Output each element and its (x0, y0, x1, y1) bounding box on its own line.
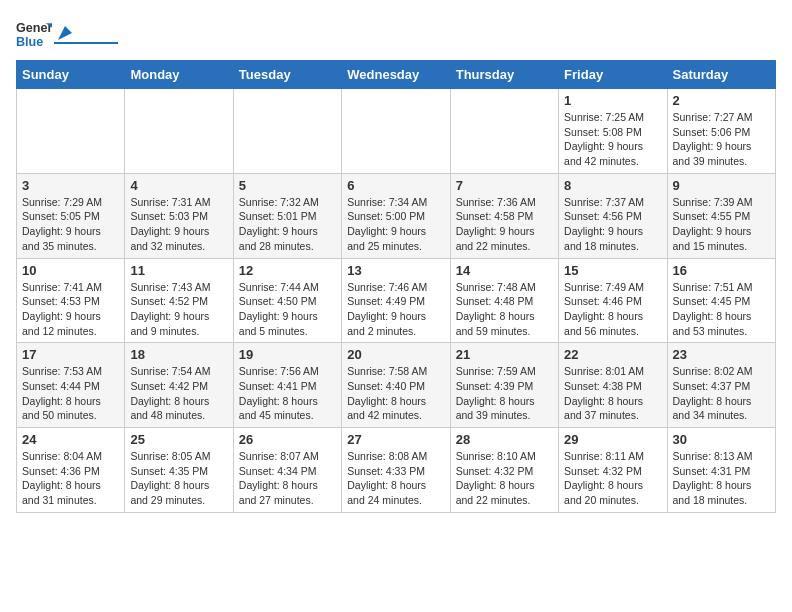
day-number: 21 (456, 347, 553, 362)
day-number: 29 (564, 432, 661, 447)
calendar-cell: 12Sunrise: 7:44 AM Sunset: 4:50 PM Dayli… (233, 258, 341, 343)
day-info: Sunrise: 7:34 AM Sunset: 5:00 PM Dayligh… (347, 195, 444, 254)
day-info: Sunrise: 7:25 AM Sunset: 5:08 PM Dayligh… (564, 110, 661, 169)
day-number: 15 (564, 263, 661, 278)
day-number: 26 (239, 432, 336, 447)
day-info: Sunrise: 7:59 AM Sunset: 4:39 PM Dayligh… (456, 364, 553, 423)
logo: General Blue (16, 16, 118, 52)
day-info: Sunrise: 7:48 AM Sunset: 4:48 PM Dayligh… (456, 280, 553, 339)
weekday-header-monday: Monday (125, 61, 233, 89)
calendar-cell: 24Sunrise: 8:04 AM Sunset: 4:36 PM Dayli… (17, 428, 125, 513)
day-number: 28 (456, 432, 553, 447)
day-number: 16 (673, 263, 770, 278)
day-info: Sunrise: 8:02 AM Sunset: 4:37 PM Dayligh… (673, 364, 770, 423)
day-info: Sunrise: 8:04 AM Sunset: 4:36 PM Dayligh… (22, 449, 119, 508)
calendar-cell: 8Sunrise: 7:37 AM Sunset: 4:56 PM Daylig… (559, 173, 667, 258)
day-number: 14 (456, 263, 553, 278)
day-info: Sunrise: 7:51 AM Sunset: 4:45 PM Dayligh… (673, 280, 770, 339)
day-info: Sunrise: 7:54 AM Sunset: 4:42 PM Dayligh… (130, 364, 227, 423)
calendar-cell: 11Sunrise: 7:43 AM Sunset: 4:52 PM Dayli… (125, 258, 233, 343)
day-number: 5 (239, 178, 336, 193)
calendar-cell: 15Sunrise: 7:49 AM Sunset: 4:46 PM Dayli… (559, 258, 667, 343)
calendar-cell: 14Sunrise: 7:48 AM Sunset: 4:48 PM Dayli… (450, 258, 558, 343)
weekday-header-saturday: Saturday (667, 61, 775, 89)
weekday-header-friday: Friday (559, 61, 667, 89)
svg-text:Blue: Blue (16, 35, 43, 49)
day-number: 19 (239, 347, 336, 362)
day-number: 23 (673, 347, 770, 362)
day-number: 13 (347, 263, 444, 278)
day-info: Sunrise: 8:11 AM Sunset: 4:32 PM Dayligh… (564, 449, 661, 508)
calendar-cell: 18Sunrise: 7:54 AM Sunset: 4:42 PM Dayli… (125, 343, 233, 428)
svg-marker-3 (58, 26, 72, 40)
day-number: 12 (239, 263, 336, 278)
day-info: Sunrise: 7:36 AM Sunset: 4:58 PM Dayligh… (456, 195, 553, 254)
day-number: 25 (130, 432, 227, 447)
calendar-cell (17, 89, 125, 174)
day-info: Sunrise: 7:56 AM Sunset: 4:41 PM Dayligh… (239, 364, 336, 423)
day-info: Sunrise: 7:43 AM Sunset: 4:52 PM Dayligh… (130, 280, 227, 339)
calendar-cell (233, 89, 341, 174)
calendar-cell: 1Sunrise: 7:25 AM Sunset: 5:08 PM Daylig… (559, 89, 667, 174)
calendar-header-row: SundayMondayTuesdayWednesdayThursdayFrid… (17, 61, 776, 89)
day-info: Sunrise: 7:37 AM Sunset: 4:56 PM Dayligh… (564, 195, 661, 254)
day-number: 8 (564, 178, 661, 193)
calendar-cell (450, 89, 558, 174)
calendar-cell: 7Sunrise: 7:36 AM Sunset: 4:58 PM Daylig… (450, 173, 558, 258)
day-info: Sunrise: 7:44 AM Sunset: 4:50 PM Dayligh… (239, 280, 336, 339)
calendar-cell (342, 89, 450, 174)
calendar-cell: 25Sunrise: 8:05 AM Sunset: 4:35 PM Dayli… (125, 428, 233, 513)
calendar-table: SundayMondayTuesdayWednesdayThursdayFrid… (16, 60, 776, 513)
day-number: 11 (130, 263, 227, 278)
calendar-cell: 28Sunrise: 8:10 AM Sunset: 4:32 PM Dayli… (450, 428, 558, 513)
calendar-cell: 3Sunrise: 7:29 AM Sunset: 5:05 PM Daylig… (17, 173, 125, 258)
day-info: Sunrise: 8:01 AM Sunset: 4:38 PM Dayligh… (564, 364, 661, 423)
day-number: 20 (347, 347, 444, 362)
calendar-cell: 6Sunrise: 7:34 AM Sunset: 5:00 PM Daylig… (342, 173, 450, 258)
day-info: Sunrise: 7:53 AM Sunset: 4:44 PM Dayligh… (22, 364, 119, 423)
weekday-header-tuesday: Tuesday (233, 61, 341, 89)
logo-icon: General Blue (16, 16, 52, 52)
day-number: 4 (130, 178, 227, 193)
weekday-header-sunday: Sunday (17, 61, 125, 89)
calendar-week-row: 17Sunrise: 7:53 AM Sunset: 4:44 PM Dayli… (17, 343, 776, 428)
calendar-cell: 21Sunrise: 7:59 AM Sunset: 4:39 PM Dayli… (450, 343, 558, 428)
calendar-week-row: 3Sunrise: 7:29 AM Sunset: 5:05 PM Daylig… (17, 173, 776, 258)
day-info: Sunrise: 7:41 AM Sunset: 4:53 PM Dayligh… (22, 280, 119, 339)
calendar-cell: 13Sunrise: 7:46 AM Sunset: 4:49 PM Dayli… (342, 258, 450, 343)
calendar-cell: 20Sunrise: 7:58 AM Sunset: 4:40 PM Dayli… (342, 343, 450, 428)
day-number: 10 (22, 263, 119, 278)
calendar-cell: 30Sunrise: 8:13 AM Sunset: 4:31 PM Dayli… (667, 428, 775, 513)
calendar-cell: 10Sunrise: 7:41 AM Sunset: 4:53 PM Dayli… (17, 258, 125, 343)
weekday-header-thursday: Thursday (450, 61, 558, 89)
day-number: 22 (564, 347, 661, 362)
day-info: Sunrise: 7:31 AM Sunset: 5:03 PM Dayligh… (130, 195, 227, 254)
day-number: 7 (456, 178, 553, 193)
calendar-cell: 23Sunrise: 8:02 AM Sunset: 4:37 PM Dayli… (667, 343, 775, 428)
day-info: Sunrise: 7:58 AM Sunset: 4:40 PM Dayligh… (347, 364, 444, 423)
calendar-cell: 19Sunrise: 7:56 AM Sunset: 4:41 PM Dayli… (233, 343, 341, 428)
logo-triangle-icon (56, 24, 74, 42)
calendar-week-row: 10Sunrise: 7:41 AM Sunset: 4:53 PM Dayli… (17, 258, 776, 343)
day-number: 30 (673, 432, 770, 447)
day-info: Sunrise: 7:27 AM Sunset: 5:06 PM Dayligh… (673, 110, 770, 169)
day-info: Sunrise: 7:32 AM Sunset: 5:01 PM Dayligh… (239, 195, 336, 254)
day-info: Sunrise: 8:08 AM Sunset: 4:33 PM Dayligh… (347, 449, 444, 508)
calendar-cell: 9Sunrise: 7:39 AM Sunset: 4:55 PM Daylig… (667, 173, 775, 258)
day-number: 27 (347, 432, 444, 447)
calendar-cell: 4Sunrise: 7:31 AM Sunset: 5:03 PM Daylig… (125, 173, 233, 258)
day-info: Sunrise: 8:05 AM Sunset: 4:35 PM Dayligh… (130, 449, 227, 508)
page-header: General Blue (16, 16, 776, 52)
calendar-cell: 22Sunrise: 8:01 AM Sunset: 4:38 PM Dayli… (559, 343, 667, 428)
day-number: 9 (673, 178, 770, 193)
calendar-cell: 17Sunrise: 7:53 AM Sunset: 4:44 PM Dayli… (17, 343, 125, 428)
day-number: 24 (22, 432, 119, 447)
day-number: 3 (22, 178, 119, 193)
calendar-cell: 26Sunrise: 8:07 AM Sunset: 4:34 PM Dayli… (233, 428, 341, 513)
calendar-cell: 29Sunrise: 8:11 AM Sunset: 4:32 PM Dayli… (559, 428, 667, 513)
day-info: Sunrise: 7:39 AM Sunset: 4:55 PM Dayligh… (673, 195, 770, 254)
day-number: 2 (673, 93, 770, 108)
day-number: 18 (130, 347, 227, 362)
day-info: Sunrise: 7:29 AM Sunset: 5:05 PM Dayligh… (22, 195, 119, 254)
calendar-week-row: 1Sunrise: 7:25 AM Sunset: 5:08 PM Daylig… (17, 89, 776, 174)
